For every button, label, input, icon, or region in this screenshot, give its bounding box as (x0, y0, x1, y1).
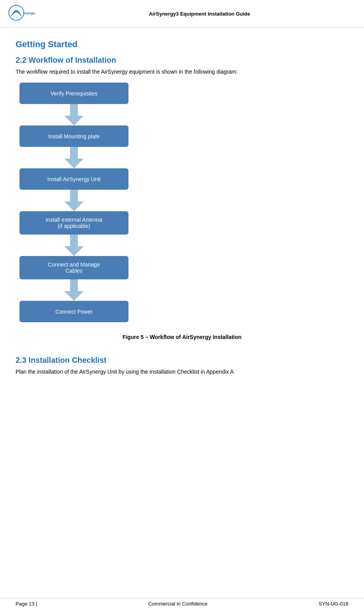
getting-started-heading: Getting Started (16, 39, 348, 49)
logo: Airspan (8, 4, 35, 23)
flow-box-cables: Connect and Manage Cables (19, 256, 128, 279)
page-footer: Page 13 | Commercial in Confidence SYN-U… (0, 598, 364, 609)
workflow-diagram: Verify Prerequisites Install Mounting pl… (19, 83, 348, 322)
section-2-3-text: Plan the installation of the AirSynergy … (16, 369, 348, 375)
flow-box-airsynergy-unit: Install AirSynergy Unit (19, 168, 128, 190)
svg-text:Airspan: Airspan (24, 11, 35, 15)
section-2-2-heading: 2.2 Workflow of Installation (16, 56, 348, 65)
svg-marker-5 (64, 235, 84, 256)
figure-caption: Figure 5 – Workflow of AirSynergy Instal… (16, 334, 348, 340)
flow-arrow-2 (19, 147, 128, 168)
flow-arrow-3 (19, 190, 128, 211)
page-header: Airspan AirSynergy3 Equipment Installati… (0, 0, 364, 28)
footer-page-number: Page 13 | (16, 601, 37, 607)
footer-confidential: Commercial in Confidence (148, 601, 207, 607)
section-2-2-intro: The workflow required to install the Air… (16, 69, 348, 75)
flow-arrow-4 (19, 235, 128, 256)
flow-arrow-1 (19, 104, 128, 125)
svg-marker-2 (64, 104, 84, 125)
flow-box-power: Connect Power (19, 301, 128, 322)
svg-marker-6 (64, 279, 84, 301)
svg-point-0 (9, 5, 24, 21)
svg-marker-3 (64, 147, 84, 168)
flow-box-verify: Verify Prerequisites (19, 83, 128, 104)
flow-box-antenna: Install external Antenna (if applicable) (19, 211, 128, 235)
section-2-3-heading: 2.3 Installation Checklist (16, 356, 348, 365)
footer-doc-id: SYN-UG-018 (318, 601, 348, 607)
main-content: Getting Started 2.2 Workflow of Installa… (0, 28, 364, 390)
header-title: AirSynergy3 Equipment Installation Guide (43, 11, 356, 17)
flow-box-mounting: Install Mounting plate (19, 125, 128, 147)
flow-arrow-5 (19, 279, 128, 301)
svg-marker-4 (64, 190, 84, 211)
